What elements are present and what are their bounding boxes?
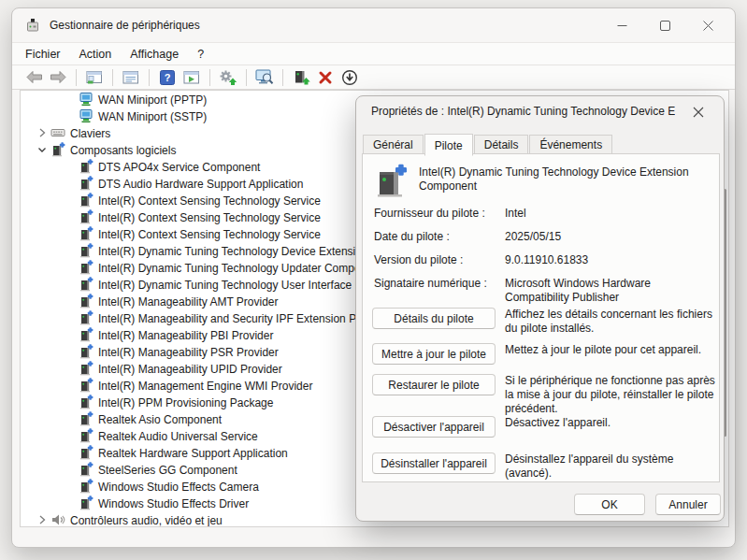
toolbar-separator xyxy=(76,69,77,86)
tree-item-label: Intel(R) Context Sensing Technology Serv… xyxy=(98,194,321,208)
cancel-button[interactable]: Annuler xyxy=(655,494,721,515)
software-component-icon xyxy=(79,462,93,477)
maximize-button[interactable] xyxy=(643,8,686,42)
toolbar-separator xyxy=(282,69,283,86)
tree-item-label: Realtek Hardware Support Application xyxy=(98,446,288,460)
tree-item-label: WAN Miniport (SSTP) xyxy=(98,109,207,123)
driver-action-row: Détails du piloteAffichez les détails co… xyxy=(372,308,711,330)
tree-item-label: Intel(R) Manageability and Security IPF … xyxy=(98,311,372,325)
field-label: Date du pilote : xyxy=(374,230,450,243)
menu-help[interactable]: ? xyxy=(188,46,213,63)
audio-controller-icon xyxy=(50,512,65,527)
software-component-icon xyxy=(79,193,93,208)
dialog-title: Propriétés de : Intel(R) Dynamic Tuning … xyxy=(371,105,675,118)
tree-item-label: DTS Audio Hardware Support Application xyxy=(98,177,303,191)
window-title: Gestionnaire de périphériques xyxy=(50,19,200,32)
tree-item-label: Realtek Asio Component xyxy=(98,412,222,426)
network-adapter-icon xyxy=(79,92,93,107)
menu-action[interactable]: Action xyxy=(70,46,122,63)
dialog-close-button[interactable] xyxy=(684,101,712,122)
software-component-icon xyxy=(79,243,93,258)
tree-item-label: Claviers xyxy=(70,126,110,140)
tab-general[interactable]: Général xyxy=(363,135,424,153)
driver-details-button[interactable]: Détails du pilote xyxy=(372,308,496,329)
close-button[interactable] xyxy=(686,8,729,42)
tree-item-label: Intel(R) Management Engine WMI Provider xyxy=(98,379,312,393)
software-component-icon xyxy=(79,294,93,309)
svg-text:?: ? xyxy=(165,72,171,83)
software-component-icon xyxy=(79,277,93,292)
action-pane-icon[interactable] xyxy=(180,67,203,88)
field-value: 2025/05/15 xyxy=(505,230,712,244)
field-value: 9.0.11910.61833 xyxy=(505,253,712,267)
disable-device-icon[interactable] xyxy=(338,67,361,88)
driver-tab-panel: Intel(R) Dynamic Tuning Technology Devic… xyxy=(362,153,720,482)
roll-back-driver-button[interactable]: Restaurer le pilote xyxy=(372,374,496,395)
software-component-icon xyxy=(50,142,65,157)
uninstall-device-button[interactable]: Désinstaller l'appareil xyxy=(372,452,496,474)
action-description: Désinstallez l'appareil du système (avan… xyxy=(505,452,718,481)
uninstall-device-icon[interactable] xyxy=(314,67,337,88)
tree-item-label: Intel(R) Dynamic Tuning Technology Updat… xyxy=(98,261,366,275)
driver-action-row: Restaurer le piloteSi le périphérique ne… xyxy=(372,374,711,396)
tree-item-label: Intel(R) Manageability AMT Provider xyxy=(98,294,279,309)
keyboard-icon xyxy=(50,125,65,140)
tree-item-label: SteelSeries GG Component xyxy=(98,463,237,477)
device-manager-icon xyxy=(25,18,40,33)
chevron-right-icon[interactable] xyxy=(34,125,50,140)
console-tree-icon[interactable] xyxy=(83,67,106,88)
menu-file[interactable]: Fichier xyxy=(23,46,70,63)
software-component-icon xyxy=(374,164,409,199)
properties-dialog: Propriétés de : Intel(R) Dynamic Tuning … xyxy=(355,95,725,522)
ok-button[interactable]: OK xyxy=(574,494,645,515)
window-controls xyxy=(600,8,729,42)
toolbar: ? xyxy=(12,65,735,90)
toolbar-separator xyxy=(149,69,150,86)
toolbar-separator xyxy=(246,69,247,86)
disable-device-button[interactable]: Désactiver l'appareil xyxy=(372,416,496,438)
field-label: Signataire numérique : xyxy=(374,277,487,290)
software-component-icon xyxy=(79,327,93,342)
tree-item-label: Realtek Audio Universal Service xyxy=(98,429,258,443)
tree-item-label: Intel(R) Manageability UPID Provider xyxy=(98,362,282,376)
tab-events[interactable]: Événements xyxy=(529,135,612,153)
add-driver-icon[interactable] xyxy=(290,67,312,88)
minimize-button[interactable] xyxy=(600,8,643,42)
tree-item-label: Windows Studio Effects Driver xyxy=(98,496,249,510)
tree-item-label: Intel(R) Context Sensing Technology Serv… xyxy=(98,227,321,241)
software-component-icon xyxy=(79,226,93,241)
tree-item-label: Windows Studio Effects Camera xyxy=(98,480,259,494)
tree-item-label: Intel(R) PPM Provisioning Package xyxy=(98,395,273,409)
software-component-icon xyxy=(79,159,93,174)
update-driver-button[interactable]: Mettre à jour le pilote xyxy=(372,343,496,365)
software-component-icon xyxy=(79,428,93,443)
field-value: Intel xyxy=(505,207,712,221)
tree-item-label: Intel(R) Manageability PBI Provider xyxy=(98,328,273,342)
tree-item-label: WAN Miniport (PPTP) xyxy=(98,93,207,107)
help-icon[interactable]: ? xyxy=(156,67,179,88)
update-driver-icon[interactable] xyxy=(217,67,239,88)
chevron-right-icon[interactable] xyxy=(34,512,50,527)
scan-hardware-icon[interactable] xyxy=(253,67,276,88)
tab-driver[interactable]: Pilote xyxy=(424,134,473,156)
software-component-icon xyxy=(79,260,93,275)
toolbar-separator xyxy=(112,69,113,86)
field-label: Version du pilote : xyxy=(374,253,463,266)
device-header: Intel(R) Dynamic Tuning Technology Devic… xyxy=(374,164,711,199)
menu-bar: FichierActionAffichage? xyxy=(12,42,735,65)
back-icon[interactable] xyxy=(22,67,45,88)
chevron-down-icon[interactable] xyxy=(34,142,50,157)
tab-details[interactable]: Détails xyxy=(474,135,529,153)
properties-icon[interactable] xyxy=(120,67,142,88)
field-value: Microsoft Windows Hardware Compatibility… xyxy=(505,277,712,305)
software-component-icon xyxy=(79,344,93,359)
driver-action-row: Désinstaller l'appareilDésinstallez l'ap… xyxy=(372,452,711,475)
forward-icon[interactable] xyxy=(47,67,69,88)
tree-item-label: Intel(R) Dynamic Tuning Technology Devic… xyxy=(98,244,368,258)
software-component-icon xyxy=(79,495,93,510)
menu-view[interactable]: Affichage xyxy=(121,46,188,63)
software-component-icon xyxy=(79,411,93,426)
driver-action-row: Désactiver l'appareilDésactivez l'appare… xyxy=(372,416,711,438)
software-component-icon xyxy=(79,361,93,376)
titlebar[interactable]: Gestionnaire de périphériques xyxy=(12,8,735,42)
